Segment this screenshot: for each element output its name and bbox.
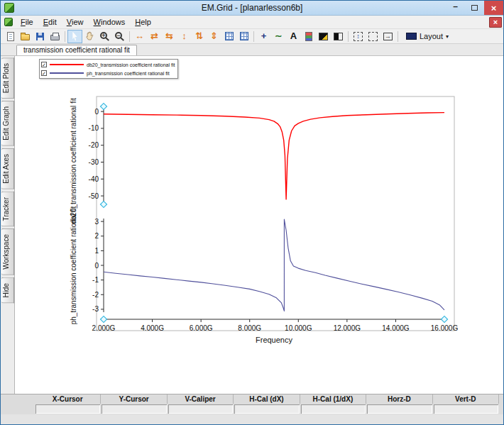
axis-handle-icon[interactable] <box>100 316 106 322</box>
status-value-cell[interactable] <box>35 404 100 414</box>
menu-help[interactable]: Help <box>130 16 156 28</box>
legend-checkbox[interactable]: ✓ <box>41 62 47 67</box>
sidebar-tab-edit-axes[interactable]: Edit Axes <box>1 148 14 189</box>
status-value-cell[interactable] <box>234 404 299 414</box>
x-tick-label: 4.000G <box>141 324 164 332</box>
curve-db20-transmission-coefficient-rational-fit[interactable] <box>104 113 444 199</box>
zoom-region-button[interactable]: → <box>380 30 395 43</box>
window-controls: – × <box>446 1 503 15</box>
x-tick-label: 2.000G <box>92 324 116 332</box>
vertical-select-button[interactable]: ↕ <box>351 30 366 43</box>
scroll-y-button[interactable]: ⇅ <box>192 30 207 43</box>
layout-dropdown[interactable]: Layout▾ <box>402 30 453 43</box>
status-values-row <box>1 404 503 414</box>
scroll-y-icon: ⇅ <box>195 31 203 41</box>
add-text-button[interactable]: A <box>286 30 301 43</box>
intensity-plot-button[interactable] <box>316 30 331 43</box>
y-tick-label: 3 <box>94 218 99 226</box>
menu-view[interactable]: View <box>62 16 89 28</box>
menu-windows[interactable]: Windows <box>89 16 131 28</box>
fit-width-button[interactable]: ↔ <box>132 30 147 43</box>
new-document-button[interactable] <box>3 30 18 43</box>
legend-line-sample <box>50 64 84 65</box>
y-tick-label: -1 <box>92 276 99 284</box>
sidebar-tab-edit-graph[interactable]: Edit Graph <box>1 101 14 146</box>
status-value-cell[interactable] <box>434 404 498 414</box>
expand-y-button[interactable]: ⇕ <box>207 30 221 43</box>
plot-frame <box>97 96 454 331</box>
sidebar-tab-tracker[interactable]: Tracker <box>1 192 14 227</box>
status-col-h-cal-1-dx: H-Cal (1/dX) <box>300 394 366 404</box>
menu-edit[interactable]: Edit <box>38 16 62 28</box>
print-button[interactable] <box>48 30 62 43</box>
legend-checkbox[interactable]: ✓ <box>41 70 47 76</box>
tab-transmission-coefficient-rational-fit[interactable]: transmission coefficient rational fit <box>16 45 137 55</box>
x-tick-label: 16.000G <box>431 324 459 332</box>
region-select-button[interactable] <box>366 30 380 43</box>
y-tick-label: -2 <box>92 291 99 299</box>
legend-label: ph_transmission coefficient rational fit <box>87 71 170 76</box>
status-value-cell[interactable] <box>102 404 166 414</box>
y-tick-label: -40 <box>89 175 99 183</box>
open-file-icon <box>21 34 30 40</box>
toolbar-separator <box>398 31 398 42</box>
zoom-in-icon <box>100 32 107 39</box>
open-file-button[interactable] <box>18 30 33 43</box>
snap-grid-button[interactable] <box>236 30 251 43</box>
region-select-icon <box>368 32 378 41</box>
status-value-cell[interactable] <box>301 404 366 414</box>
print-icon <box>50 35 60 40</box>
y-tick-label: -10 <box>89 124 99 132</box>
menu-items: FileEditViewWindowsHelp <box>16 16 156 28</box>
y-tick-label: 2 <box>94 232 99 240</box>
toolbar-separator <box>348 31 349 42</box>
fit-height-icon: ↕ <box>182 31 187 41</box>
maximize-button[interactable] <box>465 1 484 15</box>
status-value-cell[interactable] <box>367 404 432 414</box>
color-map-icon <box>305 32 312 41</box>
add-text-icon: A <box>290 31 297 41</box>
y-tick-label: 1 <box>94 247 99 255</box>
sidebar-tab-hide[interactable]: Hide <box>1 277 14 304</box>
zoom-in-button[interactable] <box>97 30 112 43</box>
legend-entry: ✓db20_transmission coefficient rational … <box>41 60 175 69</box>
title-bar[interactable]: EM.Grid - [planarlesson6b] – × <box>1 1 503 16</box>
sidebar-tab-workspace[interactable]: Workspace <box>1 228 14 275</box>
y-tick-label: -3 <box>92 305 99 313</box>
scroll-x-button[interactable]: ⇄ <box>147 30 162 43</box>
status-col-horz-d: Horz-D <box>366 394 432 404</box>
intensity-plot-icon <box>319 33 328 40</box>
document-close-button[interactable]: × <box>489 17 502 28</box>
x-tick-label: 10.000G <box>285 324 312 332</box>
status-value-cell[interactable] <box>168 404 233 414</box>
x-tick-label: 12.000G <box>334 324 361 332</box>
add-trace-button[interactable]: ∼ <box>271 30 286 43</box>
expand-x-button[interactable]: ⇆ <box>162 30 177 43</box>
minimize-button[interactable]: – <box>446 1 465 15</box>
select-cursor-icon <box>72 32 78 41</box>
fit-height-button[interactable]: ↕ <box>177 30 192 43</box>
content: Edit PlotsEdit GraphEdit AxesTrackerWork… <box>1 56 503 394</box>
status-header-row: X-CursorY-CursorV-CaliperH-Cal (dX)H-Cal… <box>1 394 503 404</box>
contrast-plot-button[interactable] <box>331 30 346 43</box>
zoom-out-button[interactable] <box>112 30 127 43</box>
menu-file[interactable]: File <box>16 16 38 28</box>
save-icon <box>36 33 44 40</box>
close-button[interactable]: × <box>484 1 503 15</box>
new-document-icon <box>7 32 14 41</box>
status-col-vert-d: Vert-D <box>433 394 499 404</box>
document-close-icon: × <box>493 18 498 26</box>
x-axis-title: Frequency <box>256 336 292 344</box>
save-button[interactable] <box>33 30 48 43</box>
axis-handle-icon[interactable] <box>441 316 447 322</box>
axis-handle-icon[interactable] <box>100 201 106 207</box>
axis-handle-icon[interactable] <box>100 103 106 109</box>
grid-button[interactable] <box>221 30 236 43</box>
sidebar-tab-edit-plots[interactable]: Edit Plots <box>1 57 14 99</box>
add-marker-button[interactable]: + <box>256 30 271 43</box>
toolbar-separator <box>253 31 254 42</box>
curve-ph-transmission-coefficient-rational-fit[interactable] <box>104 219 444 311</box>
color-map-button[interactable] <box>301 30 316 43</box>
pan-hand-button[interactable] <box>82 30 97 43</box>
select-cursor-button[interactable] <box>67 30 82 43</box>
